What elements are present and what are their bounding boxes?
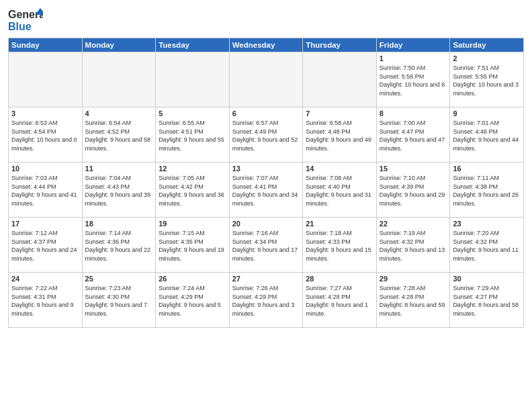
day-cell: 10Sunrise: 7:03 AM Sunset: 4:44 PM Dayli… xyxy=(9,163,83,218)
day-number: 10 xyxy=(11,165,79,173)
day-detail: Sunrise: 7:29 AM Sunset: 4:27 PM Dayligh… xyxy=(453,284,521,318)
day-cell: 18Sunrise: 7:14 AM Sunset: 4:36 PM Dayli… xyxy=(82,218,156,273)
day-cell: 9Sunrise: 7:01 AM Sunset: 4:46 PM Daylig… xyxy=(450,107,524,163)
day-number: 21 xyxy=(306,220,373,228)
day-cell: 16Sunrise: 7:11 AM Sunset: 4:38 PM Dayli… xyxy=(450,163,524,218)
day-number: 29 xyxy=(380,275,447,283)
week-row-3: 10Sunrise: 7:03 AM Sunset: 4:44 PM Dayli… xyxy=(9,163,524,218)
week-row-5: 24Sunrise: 7:22 AM Sunset: 4:31 PM Dayli… xyxy=(9,273,524,328)
day-cell: 17Sunrise: 7:12 AM Sunset: 4:37 PM Dayli… xyxy=(9,218,83,273)
day-number: 26 xyxy=(159,275,226,283)
day-cell: 15Sunrise: 7:10 AM Sunset: 4:39 PM Dayli… xyxy=(376,163,450,218)
day-cell: 20Sunrise: 7:16 AM Sunset: 4:34 PM Dayli… xyxy=(229,218,303,273)
day-detail: Sunrise: 7:10 AM Sunset: 4:39 PM Dayligh… xyxy=(380,174,447,208)
day-detail: Sunrise: 7:01 AM Sunset: 4:46 PM Dayligh… xyxy=(453,119,521,152)
svg-text:Blue: Blue xyxy=(8,21,32,32)
day-detail: Sunrise: 6:55 AM Sunset: 4:51 PM Dayligh… xyxy=(159,119,226,152)
day-cell xyxy=(156,52,230,107)
day-cell: 25Sunrise: 7:23 AM Sunset: 4:30 PM Dayli… xyxy=(82,273,156,328)
day-detail: Sunrise: 7:19 AM Sunset: 4:32 PM Dayligh… xyxy=(380,229,447,263)
day-cell: 23Sunrise: 7:20 AM Sunset: 4:32 PM Dayli… xyxy=(450,218,524,273)
logo: General Blue xyxy=(8,7,43,34)
col-header-sunday: Sunday xyxy=(9,38,83,52)
day-number: 19 xyxy=(159,220,226,228)
day-number: 11 xyxy=(85,165,153,173)
logo-svg: General Blue xyxy=(8,7,43,34)
day-cell: 28Sunrise: 7:27 AM Sunset: 4:28 PM Dayli… xyxy=(303,273,377,328)
day-number: 1 xyxy=(380,54,447,62)
day-detail: Sunrise: 7:11 AM Sunset: 4:38 PM Dayligh… xyxy=(453,174,521,208)
day-cell: 12Sunrise: 7:05 AM Sunset: 4:42 PM Dayli… xyxy=(156,163,230,218)
day-cell: 7Sunrise: 6:58 AM Sunset: 4:48 PM Daylig… xyxy=(303,107,377,163)
day-cell: 13Sunrise: 7:07 AM Sunset: 4:41 PM Dayli… xyxy=(229,163,303,218)
day-cell: 26Sunrise: 7:24 AM Sunset: 4:29 PM Dayli… xyxy=(156,273,230,328)
day-detail: Sunrise: 7:22 AM Sunset: 4:31 PM Dayligh… xyxy=(11,284,79,318)
day-detail: Sunrise: 7:18 AM Sunset: 4:33 PM Dayligh… xyxy=(306,229,373,263)
day-detail: Sunrise: 7:14 AM Sunset: 4:36 PM Dayligh… xyxy=(85,229,153,263)
day-cell xyxy=(9,52,83,107)
day-number: 8 xyxy=(380,109,447,118)
day-cell: 5Sunrise: 6:55 AM Sunset: 4:51 PM Daylig… xyxy=(156,107,230,163)
day-number: 9 xyxy=(453,109,521,118)
day-detail: Sunrise: 7:20 AM Sunset: 4:32 PM Dayligh… xyxy=(453,229,521,263)
day-number: 25 xyxy=(85,275,153,283)
day-number: 30 xyxy=(453,275,521,283)
day-number: 18 xyxy=(85,220,153,228)
calendar-table: SundayMondayTuesdayWednesdayThursdayFrid… xyxy=(8,38,524,328)
day-cell: 19Sunrise: 7:15 AM Sunset: 4:35 PM Dayli… xyxy=(156,218,230,273)
day-detail: Sunrise: 7:16 AM Sunset: 4:34 PM Dayligh… xyxy=(232,229,300,263)
col-header-monday: Monday xyxy=(82,38,156,52)
day-detail: Sunrise: 6:53 AM Sunset: 4:54 PM Dayligh… xyxy=(11,119,79,152)
day-number: 7 xyxy=(306,109,373,118)
col-header-wednesday: Wednesday xyxy=(229,38,303,52)
day-detail: Sunrise: 7:26 AM Sunset: 4:29 PM Dayligh… xyxy=(232,284,300,318)
col-header-friday: Friday xyxy=(376,38,450,52)
day-detail: Sunrise: 7:07 AM Sunset: 4:41 PM Dayligh… xyxy=(232,174,300,208)
day-detail: Sunrise: 7:05 AM Sunset: 4:42 PM Dayligh… xyxy=(159,174,226,208)
day-detail: Sunrise: 7:03 AM Sunset: 4:44 PM Dayligh… xyxy=(11,174,79,208)
day-number: 12 xyxy=(159,165,226,173)
day-number: 16 xyxy=(453,165,521,173)
day-cell xyxy=(303,52,377,107)
day-detail: Sunrise: 7:08 AM Sunset: 4:40 PM Dayligh… xyxy=(306,174,373,208)
day-number: 23 xyxy=(453,220,521,228)
day-cell: 8Sunrise: 7:00 AM Sunset: 4:47 PM Daylig… xyxy=(376,107,450,163)
col-header-saturday: Saturday xyxy=(450,38,524,52)
day-number: 14 xyxy=(306,165,373,173)
day-number: 4 xyxy=(85,109,153,118)
col-header-tuesday: Tuesday xyxy=(156,38,230,52)
day-cell: 22Sunrise: 7:19 AM Sunset: 4:32 PM Dayli… xyxy=(376,218,450,273)
day-number: 2 xyxy=(453,54,521,62)
day-cell: 30Sunrise: 7:29 AM Sunset: 4:27 PM Dayli… xyxy=(450,273,524,328)
day-cell: 1Sunrise: 7:50 AM Sunset: 5:56 PM Daylig… xyxy=(376,52,450,107)
calendar-header-row: SundayMondayTuesdayWednesdayThursdayFrid… xyxy=(9,38,524,52)
day-number: 27 xyxy=(232,275,300,283)
week-row-1: 1Sunrise: 7:50 AM Sunset: 5:56 PM Daylig… xyxy=(9,52,524,107)
day-cell: 21Sunrise: 7:18 AM Sunset: 4:33 PM Dayli… xyxy=(303,218,377,273)
day-detail: Sunrise: 7:50 AM Sunset: 5:56 PM Dayligh… xyxy=(380,64,447,97)
day-cell: 11Sunrise: 7:04 AM Sunset: 4:43 PM Dayli… xyxy=(82,163,156,218)
day-number: 24 xyxy=(11,275,79,283)
day-cell: 27Sunrise: 7:26 AM Sunset: 4:29 PM Dayli… xyxy=(229,273,303,328)
day-cell xyxy=(229,52,303,107)
page: General Blue SundayMondayTuesdayWednesda… xyxy=(0,0,532,411)
day-detail: Sunrise: 6:57 AM Sunset: 4:49 PM Dayligh… xyxy=(232,119,300,152)
day-number: 13 xyxy=(232,165,300,173)
day-detail: Sunrise: 7:12 AM Sunset: 4:37 PM Dayligh… xyxy=(11,229,79,263)
day-detail: Sunrise: 7:23 AM Sunset: 4:30 PM Dayligh… xyxy=(85,284,153,318)
week-row-2: 3Sunrise: 6:53 AM Sunset: 4:54 PM Daylig… xyxy=(9,107,524,163)
day-number: 28 xyxy=(306,275,373,283)
day-cell: 14Sunrise: 7:08 AM Sunset: 4:40 PM Dayli… xyxy=(303,163,377,218)
day-detail: Sunrise: 7:24 AM Sunset: 4:29 PM Dayligh… xyxy=(159,284,226,318)
col-header-thursday: Thursday xyxy=(303,38,377,52)
header: General Blue xyxy=(8,7,524,34)
day-number: 15 xyxy=(380,165,447,173)
day-cell: 24Sunrise: 7:22 AM Sunset: 4:31 PM Dayli… xyxy=(9,273,83,328)
day-number: 3 xyxy=(11,109,79,118)
day-cell xyxy=(82,52,156,107)
day-detail: Sunrise: 7:28 AM Sunset: 4:28 PM Dayligh… xyxy=(380,284,447,318)
day-cell: 4Sunrise: 6:54 AM Sunset: 4:52 PM Daylig… xyxy=(82,107,156,163)
day-detail: Sunrise: 7:04 AM Sunset: 4:43 PM Dayligh… xyxy=(85,174,153,208)
day-detail: Sunrise: 7:15 AM Sunset: 4:35 PM Dayligh… xyxy=(159,229,226,263)
day-detail: Sunrise: 7:27 AM Sunset: 4:28 PM Dayligh… xyxy=(306,284,373,318)
